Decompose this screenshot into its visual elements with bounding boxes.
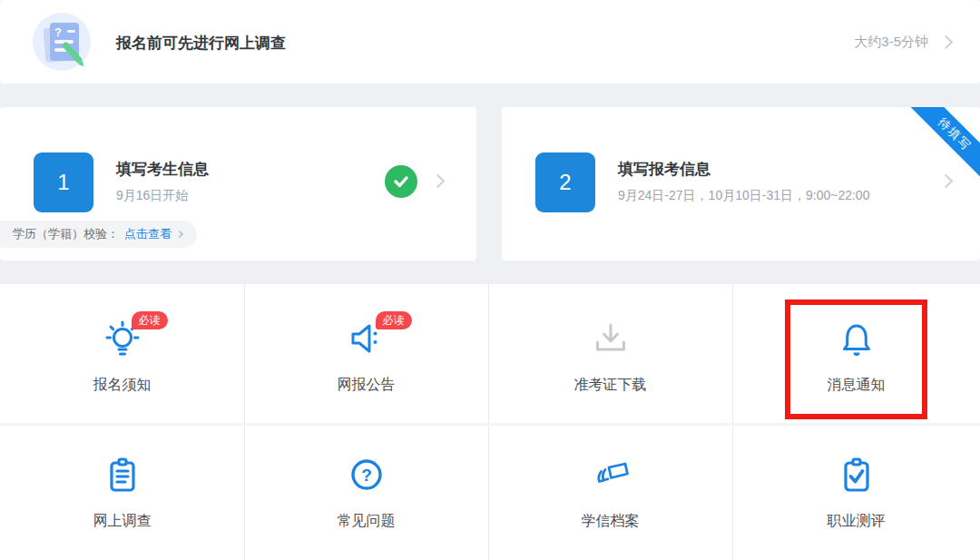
verification-view-link[interactable]: 点击查看	[124, 226, 172, 242]
pending-ribbon: 待填写	[908, 107, 980, 181]
menu-item-label: 职业测评	[828, 512, 886, 531]
menu-item-notice[interactable]: 必读 报名须知	[0, 284, 244, 423]
chevron-right-icon[interactable]	[939, 34, 954, 49]
menu-item-notifications[interactable]: 消息通知	[732, 284, 980, 423]
menu-item-career-assessment[interactable]: 职业测评	[732, 426, 980, 560]
menu-item-label: 网报公告	[338, 376, 396, 395]
step-title: 填写报考信息	[618, 159, 710, 180]
menu-item-label: 学信档案	[582, 512, 640, 531]
step-subtitle: 9月16日开始	[116, 188, 188, 204]
step-number-badge: 2	[535, 152, 595, 212]
chevron-right-icon[interactable]	[431, 174, 446, 189]
survey-banner[interactable]: ? 报名前可先进行网上调查 大约3-5分钟	[0, 0, 980, 84]
menu-item-announcement[interactable]: 必读 网报公告	[244, 284, 488, 423]
download-icon	[589, 317, 632, 360]
menu-item-faq[interactable]: ? 常见问题	[244, 426, 488, 560]
menu-item-label: 网上调查	[93, 512, 152, 531]
banner-duration: 大约3-5分钟	[854, 34, 928, 51]
verification-label: 学历（学籍）校验：	[13, 226, 119, 242]
step-card-candidate-info[interactable]: 1 填写考生信息 9月16日开始 学历（学籍）校验： 点击查看	[0, 107, 476, 260]
registration-dashboard: ? 报名前可先进行网上调查 大约3-5分钟 1 填写考生信息 9月16日开始 学…	[0, 0, 980, 560]
step-number-badge: 1	[34, 152, 93, 212]
menu-item-chsi-archive[interactable]: 学信档案	[488, 426, 732, 560]
check-circle-icon	[385, 165, 417, 198]
menu-item-online-survey[interactable]: 网上调查	[0, 426, 244, 560]
menu-item-admission-ticket-download[interactable]: 准考证下载	[488, 284, 732, 423]
chevron-right-icon[interactable]	[939, 174, 954, 189]
clipboard-check-icon	[835, 453, 878, 496]
step-card-application-info[interactable]: 2 填写报考信息 9月24日-27日，10月10日-31日，9:00~22:00…	[502, 107, 980, 260]
step-subtitle: 9月24日-27日，10月10日-31日，9:00~22:00	[618, 188, 869, 204]
must-read-badge: 必读	[132, 311, 168, 329]
step-title: 填写考生信息	[116, 159, 209, 180]
must-read-badge: 必读	[376, 311, 412, 329]
education-verification-pill: 学历（学籍）校验： 点击查看	[0, 221, 197, 248]
banner-title: 报名前可先进行网上调查	[116, 33, 286, 54]
clipboard-icon	[101, 453, 144, 496]
question-circle-icon: ?	[345, 453, 388, 496]
menu-item-label: 报名须知	[93, 376, 152, 395]
svg-text:?: ?	[361, 466, 372, 485]
menu-item-label: 消息通知	[828, 376, 886, 395]
chevron-right-icon	[176, 231, 183, 238]
bell-icon	[835, 317, 878, 360]
survey-doc-icon: ?	[33, 13, 91, 71]
menu-item-label: 常见问题	[338, 512, 396, 531]
menu-item-label: 准考证下载	[574, 376, 647, 395]
documents-fan-icon	[589, 453, 632, 496]
